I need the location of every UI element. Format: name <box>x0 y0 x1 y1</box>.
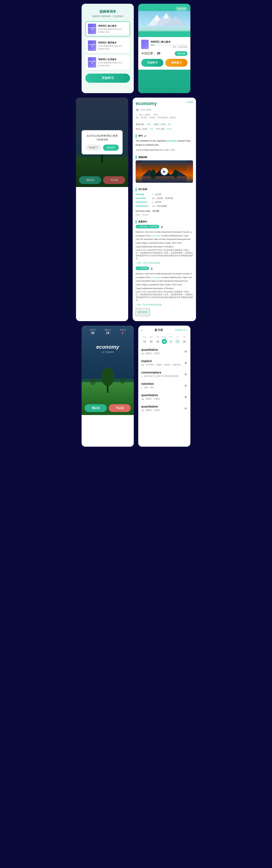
dict-screen: economy ♥ 收藏 🔊 /ɪˈkɑːnəmi/ n. 经济（制度），节约 <box>133 98 196 321</box>
dict-divider-5 <box>135 218 193 218</box>
dict-divider-4 <box>135 186 193 186</box>
real-example-1-audio-icon[interactable]: 🔊 <box>161 225 163 228</box>
progress-bar-fill <box>151 45 154 45</box>
vocab-row-economic: economic adj. 经济的，经济学的 <box>135 196 193 200</box>
wordcard-word: economy <box>82 344 134 350</box>
cal-day-3[interactable]: Wed 16 <box>161 336 167 344</box>
wc-stat-unknown-label: 不认识 <box>120 329 126 331</box>
review-audio-2[interactable]: 🔊 <box>184 373 187 376</box>
review-pos-mean-5: adj. 数量的；定量的 <box>141 409 160 412</box>
cal-day-6[interactable]: Sat 19 <box>181 336 187 344</box>
real-example-1-label: n. 经济制度，经济结构 <box>135 225 159 228</box>
vocab-desc-core: 近10年真题高频考点核心词汇 <box>98 28 122 31</box>
vocab-name-core: 考研词汇-核心版本 <box>98 24 122 28</box>
dict-example-section: 例句 🔊 <box>135 134 193 137</box>
wordcard-bottom-buttons: 我认识 不认识 <box>82 401 134 415</box>
vocab-row-economics: economics n. 经济学 <box>135 200 193 204</box>
vocab-card-rand[interactable]: 2024考研英语 考研词汇-乱序版本 近10年真题高频考点核心词汇 共5000个… <box>85 55 130 70</box>
review-pos-4: adj. <box>141 398 145 400</box>
dict-header: economy ♥ 收藏 <box>135 101 193 106</box>
svg-point-22 <box>173 170 178 178</box>
review-item-0: quantitative adj. 数量的；定量的 🔊 <box>141 346 187 357</box>
vocab-info-seq: 考研词汇-顺序版本 近10年真题高频考点核心词汇 共5000个单词 <box>98 41 122 50</box>
audio-icon[interactable]: 🔊 <box>135 108 139 112</box>
cal-day-1[interactable]: Mon 14 <box>148 336 154 344</box>
book-mini-thumb <box>141 40 149 49</box>
cal-day-name-0: Sun <box>142 336 148 338</box>
real-example-1-source: + 来源：2023年考研英语真题 <box>135 262 193 264</box>
dict-phrase-author: 作者：zxysoul <box>135 213 193 216</box>
dict-video-thumbnail[interactable]: ▶ <box>135 160 193 183</box>
review-audio-1[interactable]: 🔊 <box>184 361 187 365</box>
wordcard-screen: 已学习 20 我认识 14 不认识 6 economy <box>82 326 134 447</box>
cal-day-name-1: Mon <box>148 336 154 338</box>
collect-word-button[interactable]: ♥ 收藏 <box>186 101 193 104</box>
review-item-row-0: quantitative adj. 数量的；定量的 🔊 <box>141 348 187 355</box>
review-word-2: commonplace <box>141 371 179 374</box>
home-card: 考研词汇-核心版本 10% 243/2500词 <box>138 37 190 70</box>
start-learning-button[interactable]: 开始学习 <box>141 59 163 67</box>
today-count: 20 <box>157 52 160 55</box>
vocab-row-ecology: ecology n. 生态学 <box>135 192 193 196</box>
review-audio-4[interactable]: 🔊 <box>184 395 187 399</box>
vocab-count-rand: 共5000个单词 <box>98 64 122 67</box>
stat-xuexi: 学习人数： 1576 <box>156 128 172 130</box>
popup-overlay: 点击不认识会将单词收入要复习的单词本 我选错了 我知道了 <box>76 98 128 187</box>
progress-text: 10% 243/2500词 <box>151 46 187 49</box>
review-pos-0: adj. <box>141 352 145 355</box>
cal-day-4[interactable]: Thu 17 <box>168 336 174 344</box>
word-review-button[interactable]: 单词复习 <box>165 59 187 67</box>
play-button[interactable]: ▶ <box>160 168 168 175</box>
real-example-1-header: n. 经济制度，经济结构 🔊 <box>135 225 193 229</box>
svg-point-21 <box>150 170 156 179</box>
phrase-row: economy class 经济舱 作者：zxysoul <box>135 210 193 216</box>
svg-point-26 <box>101 368 114 386</box>
home-book-title: 考研词汇-核心版本 <box>151 40 187 43</box>
my-collection-button[interactable]: 我的收藏 <box>175 51 187 56</box>
vword-economic: economic <box>135 197 151 199</box>
popup-cancel-button[interactable]: 我选错了 <box>85 145 101 151</box>
vocab-name-seq: 考研词汇-顺序版本 <box>98 41 122 44</box>
review-month-selector[interactable]: 2024年1月 ▾ <box>175 329 187 332</box>
dict-example-en: The slowdown in the Japanese economy cau… <box>135 139 193 147</box>
review-item-row-1: implicit adj. 不言明的；含蓄的；固有的；无疑问的... 🔊 <box>141 360 187 366</box>
dict-pos-n-block: n. 经济（制度），节约 adj. 经济的；节约的；节约经济的，便宜的 <box>135 114 193 119</box>
real-example-2-cn: Cape Cod & Islands房产经纪人协会的执行总裁瑞安·卡索尔出，但短… <box>135 290 193 302</box>
wordcard-unknown-button[interactable]: 不认识 <box>109 404 131 412</box>
highlight-economies-1: economies <box>151 235 161 237</box>
review-audio-5[interactable]: 🔊 <box>184 407 187 410</box>
vpos-ecology: n. <box>152 193 154 195</box>
review-word-1: implicit <box>141 360 182 363</box>
review-audio-0[interactable]: 🔊 <box>184 350 187 353</box>
more-examples-button[interactable]: 展开更多 <box>135 308 150 316</box>
cal-day-name-2: Tue <box>155 336 161 338</box>
review-title: 复习词 <box>154 329 163 332</box>
wordcard-know-button[interactable]: 我认识 <box>85 404 107 412</box>
vocab-row-economical: economical adj. 经济实惠的 <box>135 204 193 208</box>
real-example-2-audio-icon[interactable]: 🔊 <box>151 267 153 270</box>
cal-day-2[interactable]: Tue 15 <box>155 336 161 344</box>
change-book-button[interactable]: 更换词本 <box>176 7 187 11</box>
vocab-thumb-label-rand: 2024考研英语 <box>88 60 96 65</box>
back-button[interactable]: ‹ <box>141 328 142 332</box>
vocab-info-core: 考研词汇-核心版本 近10年真题高频考点核心词汇 共5000个单词 <box>98 24 122 34</box>
start-study-button[interactable]: 开始学习 <box>85 73 130 83</box>
vocab-name-rand: 考研词汇-乱序版本 <box>98 58 122 61</box>
review-item-4: quantitative adj. 数量的；定量的 🔊 <box>141 391 187 403</box>
svg-rect-16 <box>142 176 187 183</box>
stat-yingyu2: 英语(二)出现： 7次 <box>135 128 153 130</box>
wc-stat-known-label: 我认识 <box>105 329 111 331</box>
dict-stats-row-2: 英语(二)出现： 7次 学习人数： 1576 <box>135 128 193 130</box>
vocab-card-seq[interactable]: 2024考研英语 考研词汇-顺序版本 近10年真题高频考点核心词汇 共5000个… <box>85 38 130 53</box>
vocab-card-core[interactable]: 2024考研英语 考研词汇-核心版本 近10年真题高频考点核心词汇 共5000个… <box>85 22 130 36</box>
popup-confirm-button[interactable]: 我知道了 <box>103 145 119 151</box>
review-audio-3[interactable]: 🔊 <box>184 384 187 387</box>
dict-vocab-section: 词汇拓展 <box>135 188 193 191</box>
vocab-thumb-label-core: 2024考研英语 <box>88 27 96 31</box>
wc-stat-known: 我认识 14 <box>105 329 111 335</box>
cal-day-5[interactable]: Fri 18 <box>175 336 181 344</box>
review-mean-4: 数量的；定量的 <box>146 398 160 400</box>
vword-ecology: ecology <box>135 193 151 195</box>
cal-day-0[interactable]: Sun 13 <box>142 336 148 344</box>
review-item-word-group-0: quantitative adj. 数量的；定量的 <box>141 348 160 355</box>
